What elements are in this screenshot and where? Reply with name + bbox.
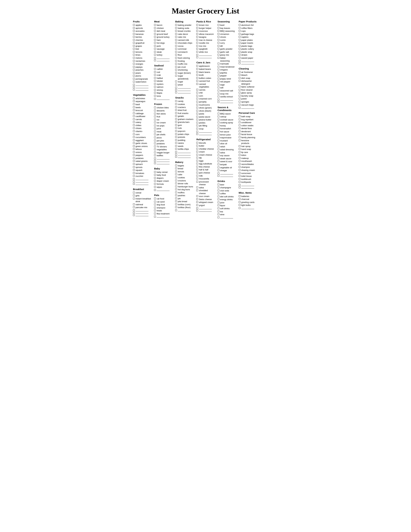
checkbox[interactable] bbox=[239, 104, 241, 105]
checkbox[interactable] bbox=[175, 100, 177, 102]
checkbox[interactable] bbox=[196, 116, 198, 117]
checkbox[interactable] bbox=[154, 48, 156, 50]
checkbox[interactable] bbox=[175, 45, 177, 47]
checkbox[interactable] bbox=[196, 154, 198, 156]
checkbox[interactable] bbox=[154, 125, 156, 126]
checkbox[interactable] bbox=[196, 157, 198, 159]
checkbox[interactable] bbox=[133, 63, 135, 65]
checkbox[interactable] bbox=[154, 198, 156, 200]
checkbox[interactable] bbox=[218, 131, 219, 132]
checkbox[interactable] bbox=[239, 33, 241, 35]
checkbox[interactable] bbox=[154, 119, 156, 120]
checkbox[interactable] bbox=[175, 63, 177, 65]
checkbox[interactable] bbox=[196, 163, 198, 164]
blank-checkbox[interactable] bbox=[175, 87, 177, 88]
checkbox[interactable] bbox=[154, 86, 156, 88]
checkbox[interactable] bbox=[154, 110, 156, 111]
checkbox[interactable] bbox=[218, 84, 219, 86]
checkbox[interactable] bbox=[133, 109, 135, 111]
checkbox[interactable] bbox=[154, 74, 156, 76]
checkbox[interactable] bbox=[239, 48, 241, 50]
checkbox[interactable] bbox=[218, 134, 219, 135]
blank-checkbox[interactable] bbox=[175, 156, 177, 158]
checkbox[interactable] bbox=[175, 121, 177, 123]
checkbox[interactable] bbox=[154, 24, 156, 26]
checkbox[interactable] bbox=[133, 172, 135, 174]
blank-checkbox[interactable] bbox=[175, 209, 177, 211]
checkbox[interactable] bbox=[196, 122, 198, 124]
checkbox[interactable] bbox=[133, 81, 135, 83]
checkbox[interactable] bbox=[218, 170, 219, 171]
checkbox[interactable] bbox=[175, 66, 177, 68]
checkbox[interactable] bbox=[196, 187, 198, 188]
checkbox[interactable] bbox=[133, 24, 135, 26]
checkbox[interactable] bbox=[196, 33, 198, 35]
checkbox[interactable] bbox=[218, 95, 219, 97]
checkbox[interactable] bbox=[239, 71, 241, 73]
checkbox[interactable] bbox=[218, 54, 219, 56]
checkbox[interactable] bbox=[239, 89, 241, 91]
checkbox[interactable] bbox=[218, 192, 219, 194]
checkbox[interactable] bbox=[239, 115, 241, 117]
blank-checkbox[interactable] bbox=[154, 160, 156, 162]
checkbox[interactable] bbox=[218, 93, 219, 95]
checkbox[interactable] bbox=[133, 195, 135, 196]
blank-checkbox[interactable] bbox=[133, 84, 135, 86]
checkbox[interactable] bbox=[218, 119, 219, 120]
checkbox[interactable] bbox=[154, 39, 156, 41]
checkbox[interactable] bbox=[196, 36, 198, 38]
checkbox[interactable] bbox=[154, 89, 156, 91]
checkbox[interactable] bbox=[154, 209, 156, 211]
checkbox[interactable] bbox=[175, 106, 177, 108]
checkbox[interactable] bbox=[175, 180, 177, 181]
checkbox[interactable] bbox=[175, 33, 177, 35]
checkbox[interactable] bbox=[175, 60, 177, 62]
checkbox[interactable] bbox=[196, 83, 198, 85]
checkbox[interactable] bbox=[154, 33, 156, 35]
checkbox[interactable] bbox=[133, 175, 135, 177]
blank-checkbox[interactable] bbox=[239, 187, 241, 188]
checkbox[interactable] bbox=[175, 173, 177, 175]
checkbox[interactable] bbox=[196, 107, 198, 108]
blank-checkbox[interactable] bbox=[133, 180, 135, 182]
checkbox[interactable] bbox=[218, 78, 219, 79]
checkbox[interactable] bbox=[239, 198, 241, 200]
checkbox[interactable] bbox=[239, 145, 241, 147]
checkbox[interactable] bbox=[154, 71, 156, 73]
checkbox[interactable] bbox=[239, 57, 241, 59]
checkbox[interactable] bbox=[239, 178, 241, 180]
blank-checkbox[interactable] bbox=[218, 99, 219, 100]
blank-checkbox[interactable] bbox=[154, 216, 156, 218]
checkbox[interactable] bbox=[196, 201, 198, 203]
blank-checkbox[interactable] bbox=[218, 101, 219, 103]
checkbox[interactable] bbox=[175, 186, 177, 187]
blank-checkbox[interactable] bbox=[239, 62, 241, 64]
checkbox[interactable] bbox=[218, 161, 219, 162]
checkbox[interactable] bbox=[239, 74, 241, 76]
checkbox[interactable] bbox=[239, 27, 241, 29]
checkbox[interactable] bbox=[239, 127, 241, 129]
checkbox[interactable] bbox=[154, 95, 156, 97]
checkbox[interactable] bbox=[175, 84, 177, 86]
checkbox[interactable] bbox=[154, 106, 156, 108]
blank-checkbox[interactable] bbox=[133, 183, 135, 185]
checkbox[interactable] bbox=[218, 187, 219, 188]
blank-checkbox[interactable] bbox=[154, 98, 156, 100]
blank-checkbox[interactable] bbox=[196, 133, 198, 135]
checkbox[interactable] bbox=[154, 122, 156, 123]
checkbox[interactable] bbox=[175, 42, 177, 44]
checkbox[interactable] bbox=[218, 142, 219, 144]
blank-checkbox[interactable] bbox=[218, 217, 219, 218]
checkbox[interactable] bbox=[154, 83, 156, 85]
checkbox[interactable] bbox=[196, 104, 198, 105]
checkbox[interactable] bbox=[196, 68, 198, 70]
checkbox[interactable] bbox=[175, 148, 177, 150]
checkbox[interactable] bbox=[175, 203, 177, 205]
checkbox[interactable] bbox=[239, 130, 241, 132]
blank-checkbox[interactable] bbox=[133, 86, 135, 88]
checkbox[interactable] bbox=[154, 180, 156, 182]
checkbox[interactable] bbox=[154, 146, 156, 147]
blank-checkbox[interactable] bbox=[239, 60, 241, 62]
checkbox[interactable] bbox=[196, 65, 198, 67]
checkbox[interactable] bbox=[196, 27, 198, 29]
